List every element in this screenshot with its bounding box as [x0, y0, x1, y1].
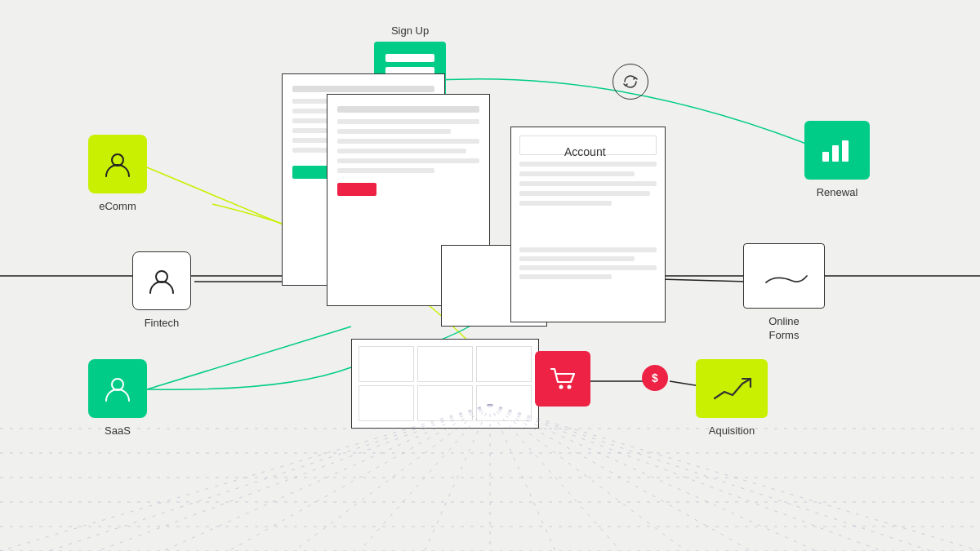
svg-rect-13: [832, 145, 839, 162]
svg-point-11: [568, 385, 572, 389]
dollar-label: $: [652, 371, 658, 384]
fintech-label: Fintech: [145, 317, 180, 329]
fintech-node: Fintech: [132, 251, 191, 329]
main-canvas: eComm Fintech SaaS Sign Up: [0, 0, 980, 551]
signup-label: Sign Up: [391, 24, 429, 37]
svg-point-7: [112, 154, 123, 166]
svg-rect-12: [822, 152, 829, 162]
ecomm-icon: [88, 135, 147, 193]
svg-point-10: [559, 385, 564, 389]
online-forms-box: [743, 243, 825, 309]
svg-line-3: [147, 327, 351, 389]
fintech-icon: [132, 251, 191, 310]
svg-point-9: [112, 379, 123, 390]
account-label: Account: [564, 145, 606, 158]
svg-rect-14: [842, 140, 849, 162]
online-forms-label: OnlineForms: [768, 315, 800, 343]
renewal-icon: [804, 121, 870, 180]
account-detail: [510, 241, 666, 322]
ecomm-label: eComm: [99, 200, 136, 212]
ecomm-node: eComm: [88, 135, 147, 212]
online-forms-node: OnlineForms: [743, 243, 825, 343]
sync-node: [612, 64, 648, 100]
renewal-label: Renewal: [817, 186, 858, 198]
perspective-grid: .grid-line { stroke: #9999bb; stroke-wid…: [0, 404, 980, 551]
dollar-node: $: [642, 365, 668, 391]
cart-node: [535, 351, 590, 407]
renewal-node: Renewal: [804, 121, 870, 198]
svg-point-8: [156, 271, 167, 282]
